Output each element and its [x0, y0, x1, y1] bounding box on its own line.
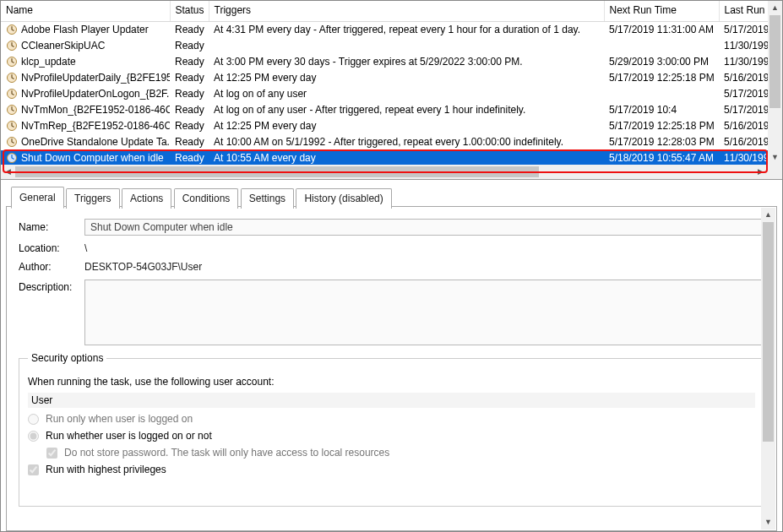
tab-general[interactable]: General — [11, 187, 64, 209]
task-table: Name Status Triggers Next Run Time Last … — [1, 1, 768, 165]
task-status: Ready — [170, 102, 209, 118]
task-name: Adobe Flash Player Updater — [21, 24, 149, 35]
clock-icon — [6, 136, 18, 148]
task-triggers: At 12:25 PM every day — [209, 118, 604, 134]
task-triggers: At 10:00 AM on 5/1/1992 - After triggere… — [209, 134, 604, 150]
tab-triggers[interactable]: Triggers — [66, 188, 120, 209]
column-header-triggers[interactable]: Triggers — [209, 1, 604, 22]
task-last-run: 11/30/1999 12 — [719, 38, 768, 54]
clock-icon — [6, 72, 18, 84]
task-status: Ready — [170, 118, 209, 134]
table-row[interactable]: NvProfileUpdaterDaily_{B2FE195...ReadyAt… — [1, 70, 768, 86]
location-value: \ — [84, 242, 87, 254]
security-account-prompt: When running the task, use the following… — [28, 376, 275, 388]
task-list-pane: Name Status Triggers Next Run Time Last … — [1, 1, 782, 180]
task-last-run: 11/30/1999 1 — [719, 150, 768, 166]
task-triggers: At log on of any user — [209, 86, 604, 102]
detail-scroll-up-icon: ▲ — [764, 211, 772, 219]
checkbox-no-password-label: Do not store password. The task will onl… — [64, 447, 389, 459]
task-next-run: 5/17/2019 10:4 — [604, 102, 719, 118]
task-status: Ready — [170, 54, 209, 70]
horizontal-scrollbar[interactable]: ◀ ▶ — [1, 165, 768, 179]
task-last-run: 5/17/2019 10:4 — [719, 102, 768, 118]
scroll-thumb[interactable] — [769, 15, 780, 108]
task-triggers — [209, 38, 604, 54]
task-status: Ready — [170, 70, 209, 86]
tab-conditions[interactable]: Conditions — [174, 188, 239, 209]
detail-vertical-scrollbar[interactable]: ▲ ▼ — [761, 208, 775, 529]
detail-scroll-thumb[interactable] — [763, 222, 774, 442]
task-name: CCleanerSkipUAC — [21, 40, 105, 52]
task-next-run: 5/17/2019 12:28:03 PM — [604, 134, 719, 150]
task-status: Ready — [170, 38, 209, 54]
radio-run-logged-on[interactable] — [28, 414, 39, 425]
radio-run-logged-off-label: Run whether user is logged on or not — [46, 430, 212, 442]
scrollbar-corner — [768, 165, 782, 179]
checkbox-no-password[interactable] — [46, 448, 57, 459]
task-triggers: At log on of any user - After triggered,… — [209, 102, 604, 118]
clock-icon — [6, 104, 18, 116]
scroll-down-icon: ▼ — [771, 154, 779, 161]
task-last-run: 5/16/2019 2: — [719, 134, 768, 150]
task-name: klcp_update — [21, 56, 76, 68]
task-name: NvProfileUpdaterOnLogon_{B2F... — [21, 88, 170, 100]
tab-settings[interactable]: Settings — [241, 188, 294, 209]
task-next-run: 5/17/2019 11:31:00 AM — [604, 22, 719, 38]
clock-icon — [6, 56, 18, 68]
table-row[interactable]: OneDrive Standalone Update Ta...ReadyAt … — [1, 134, 768, 150]
table-row[interactable]: Adobe Flash Player UpdaterReadyAt 4:31 P… — [1, 22, 768, 38]
detail-tabbar: General Triggers Actions Conditions Sett… — [6, 187, 777, 207]
task-status: Ready — [170, 150, 209, 166]
task-triggers: At 10:55 AM every day — [209, 150, 604, 166]
task-next-run: 5/18/2019 10:55:47 AM — [604, 150, 719, 166]
task-name: NvTmRep_{B2FE1952-0186-46C3... — [21, 120, 170, 132]
task-triggers: At 12:25 PM every day — [209, 70, 604, 86]
checkbox-highest-privileges[interactable] — [28, 464, 39, 475]
task-status: Ready — [170, 86, 209, 102]
column-header-last-run[interactable]: Last Run Tim — [719, 1, 768, 22]
table-row[interactable]: Shut Down Computer when idleReadyAt 10:5… — [1, 150, 768, 166]
clock-icon — [6, 152, 18, 164]
task-triggers: At 3:00 PM every 30 days - Trigger expir… — [209, 54, 604, 70]
task-name: NvProfileUpdaterDaily_{B2FE195... — [21, 72, 170, 84]
clock-icon — [6, 40, 18, 52]
task-name: OneDrive Standalone Update Ta... — [21, 136, 170, 148]
table-row[interactable]: NvProfileUpdaterOnLogon_{B2F...ReadyAt l… — [1, 86, 768, 102]
table-row[interactable]: CCleanerSkipUACReady11/30/1999 12 — [1, 38, 768, 54]
task-name: NvTmMon_{B2FE1952-0186-46C... — [21, 104, 170, 116]
clock-icon — [6, 88, 18, 100]
vertical-scrollbar[interactable]: ▲ ▼ — [768, 1, 782, 165]
task-last-run: 5/17/2019 10: — [719, 22, 768, 38]
security-user-value: User — [28, 393, 755, 408]
radio-run-logged-off[interactable] — [28, 431, 39, 442]
table-row[interactable]: NvTmMon_{B2FE1952-0186-46C...ReadyAt log… — [1, 102, 768, 118]
description-field[interactable] — [84, 280, 764, 345]
security-options-legend: Security options — [28, 352, 106, 364]
tab-actions[interactable]: Actions — [122, 188, 171, 209]
checkbox-highest-privileges-label: Run with highest privileges — [46, 464, 166, 475]
name-label: Name: — [19, 221, 79, 233]
radio-run-logged-on-label: Run only when user is logged on — [46, 413, 193, 425]
tab-history[interactable]: History (disabled) — [296, 188, 391, 209]
hscroll-thumb[interactable] — [15, 166, 539, 177]
task-status: Ready — [170, 134, 209, 150]
clock-icon — [6, 24, 18, 35]
scroll-right-icon: ▶ — [758, 168, 764, 176]
task-next-run: 5/17/2019 12:25:18 PM — [604, 118, 719, 134]
task-next-run: 5/17/2019 12:25:18 PM — [604, 70, 719, 86]
task-triggers: At 4:31 PM every day - After triggered, … — [209, 22, 604, 38]
column-header-next-run[interactable]: Next Run Time — [604, 1, 719, 22]
task-name: Shut Down Computer when idle — [21, 152, 164, 164]
task-last-run: 5/16/2019 12:2 — [719, 70, 768, 86]
author-value: DESKTOP-54G03JF\User — [84, 261, 202, 273]
table-row[interactable]: NvTmRep_{B2FE1952-0186-46C3...ReadyAt 12… — [1, 118, 768, 134]
location-label: Location: — [19, 242, 79, 254]
detail-scroll-down-icon: ▼ — [764, 518, 772, 526]
name-field[interactable] — [84, 219, 764, 236]
author-label: Author: — [19, 261, 79, 273]
column-header-status[interactable]: Status — [170, 1, 209, 22]
table-row[interactable]: klcp_updateReadyAt 3:00 PM every 30 days… — [1, 54, 768, 70]
task-detail-pane: General Triggers Actions Conditions Sett… — [1, 180, 782, 531]
tab-general-body: Name: Location: \ Author: DESKTOP-54G03J… — [6, 207, 777, 531]
column-header-name[interactable]: Name — [1, 1, 170, 22]
